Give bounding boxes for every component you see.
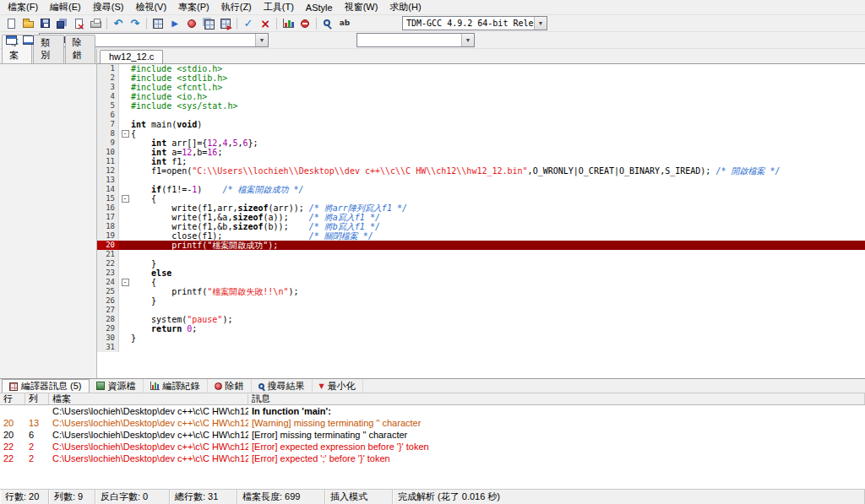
tab-classes[interactable]: 類別 (33, 35, 63, 63)
replace-button[interactable] (336, 16, 353, 31)
message-row[interactable]: C:\Users\lochieh\Desktop\dev c++\c\C HW\… (0, 405, 865, 417)
code-line[interactable]: 7int main(void) (97, 120, 865, 129)
code-line[interactable]: 6 (97, 111, 865, 120)
report-tab-1[interactable]: 編譯器訊息 (5) (2, 379, 90, 393)
menu-item[interactable]: 工具(T) (258, 0, 300, 14)
code-line[interactable]: 1#include <stdio.h> (97, 64, 865, 73)
report-tab-2[interactable]: 資源檔 (90, 379, 144, 393)
fold-marker-icon[interactable]: - (122, 130, 129, 138)
report-tab-6[interactable]: 最小化 (313, 379, 363, 393)
report-tab-3[interactable]: 編譯紀錄 (144, 379, 208, 393)
close-file-button[interactable] (70, 16, 87, 31)
menu-item[interactable]: 搜尋(S) (87, 0, 130, 14)
open-file-button[interactable] (19, 16, 36, 31)
fold-marker-icon[interactable]: - (122, 195, 129, 203)
code-line[interactable]: 5#include <sys/stat.h> (97, 101, 865, 111)
compiler-select[interactable]: TDM-GCC 4.9.2 64-bit Release ▼ (402, 16, 547, 30)
compile-run-button[interactable] (217, 16, 234, 31)
profile-button[interactable] (280, 16, 296, 31)
menu-item[interactable]: 編輯(E) (44, 0, 87, 14)
code-text: { (131, 194, 156, 203)
code-line[interactable]: 17 write(f1,&a,sizeof(a)); /* 將a寫入f1 */ (97, 213, 865, 222)
code-line[interactable]: 29 return 0; (97, 324, 865, 333)
line-number: 17 (97, 213, 119, 222)
menu-item[interactable]: 求助(H) (384, 0, 427, 14)
code-line[interactable]: 19 close(f1); /* 關閉檔案 */ (97, 231, 865, 241)
message-row[interactable]: 222C:\Users\lochieh\Desktop\dev c++\c\C … (0, 441, 865, 453)
message-table-body: C:\Users\lochieh\Desktop\dev c++\c\C HW\… (0, 405, 865, 489)
code-line[interactable]: 22 } (97, 259, 865, 268)
save-button[interactable] (36, 16, 53, 31)
toggle-report-button[interactable] (19, 33, 36, 48)
rebuild-all-button[interactable] (200, 16, 217, 31)
abort-button[interactable] (257, 16, 274, 31)
line-number: 4 (97, 92, 119, 101)
code-line[interactable]: 25 printf("檔案開啟失敗!!\n"); (97, 287, 865, 296)
editor-tab[interactable]: hw12_12.c (100, 50, 163, 63)
members-select[interactable]: ▼ (356, 33, 475, 47)
replace-icon (340, 19, 351, 27)
find-button[interactable] (319, 16, 336, 31)
column-header[interactable]: 行數 (0, 393, 25, 404)
code-line[interactable]: 2#include <stdlib.h> (97, 73, 865, 83)
code-line[interactable]: 13 (97, 176, 865, 185)
run-button[interactable] (166, 16, 183, 31)
code-line[interactable]: 23 else (97, 268, 865, 278)
message-row[interactable]: 206C:\Users\lochieh\Desktop\dev c++\c\C … (0, 429, 865, 441)
code-line[interactable]: 15- { (97, 194, 865, 203)
code-editor[interactable]: 1#include <stdio.h>2#include <stdlib.h>3… (97, 63, 865, 378)
menu-item[interactable]: 檔案(F) (2, 0, 44, 14)
code-line[interactable]: 24- { (97, 278, 865, 287)
fold-column (119, 287, 131, 296)
debug-button[interactable] (183, 16, 200, 31)
code-line[interactable]: 18 write(f1,&b,sizeof(b)); /* 將b寫入f1 */ (97, 222, 865, 231)
debug-icon (188, 19, 196, 28)
report-tab-5[interactable]: 搜尋結果 (252, 379, 313, 393)
report-tab-4[interactable]: 除錯 (208, 379, 252, 393)
code-line[interactable]: 28 system("pause"); (97, 315, 865, 324)
code-line[interactable]: 8-{ (97, 129, 865, 138)
code-line[interactable]: 3#include <fcntl.h> (97, 83, 865, 92)
cell-line: 20 (0, 417, 25, 429)
delete-profile-button[interactable] (296, 16, 313, 31)
undo-button[interactable] (110, 16, 127, 31)
message-row[interactable]: 2013C:\Users\lochieh\Desktop\dev c++\c\C… (0, 417, 865, 429)
code-line[interactable]: 27 (97, 306, 865, 315)
menu-item[interactable]: 視窗(W) (339, 0, 384, 14)
code-line[interactable]: 21 (97, 250, 865, 259)
tab-debug[interactable]: 除錯 (65, 35, 95, 63)
save-all-button[interactable] (53, 16, 70, 31)
new-source-button[interactable] (3, 16, 19, 31)
menu-item[interactable]: AStyle (300, 2, 339, 14)
column-header[interactable]: 檔案 (49, 393, 248, 404)
code-line[interactable]: 20 printf("檔案開啟成功"); (97, 241, 865, 250)
code-line[interactable]: 12 f1=open("C:\\Users\\lochieh\\Desktop\… (97, 166, 865, 176)
code-line[interactable]: 31 (97, 343, 865, 352)
fold-marker-icon[interactable]: - (122, 279, 129, 286)
code-line[interactable]: 26 } (97, 296, 865, 306)
toggle-explorer-button[interactable] (3, 33, 19, 48)
redo-button[interactable] (127, 16, 144, 31)
project-browser[interactable] (0, 63, 96, 378)
code-line[interactable]: 14 if(f1!=-1) /* 檔案開啟成功 */ (97, 185, 865, 194)
menu-item[interactable]: 檢視(V) (129, 0, 172, 14)
code-line[interactable]: 4#include <io.h> (97, 92, 865, 101)
chevron-down-icon[interactable]: ▼ (534, 17, 547, 30)
code-line[interactable]: 16 write(f1,arr,sizeof(arr)); /* 將arr陣列寫… (97, 203, 865, 213)
code-line[interactable]: 11 int f1; (97, 157, 865, 166)
column-header[interactable]: 列數 (25, 393, 49, 404)
code-text: system("pause"); (131, 315, 232, 324)
code-line[interactable]: 10 int a=12,b=16; (97, 148, 865, 157)
syntax-check-button[interactable] (240, 16, 257, 31)
report-tab-label: 編譯器訊息 (5) (21, 380, 82, 393)
print-button[interactable] (87, 16, 104, 31)
chevron-down-icon[interactable]: ▼ (461, 34, 474, 46)
column-header[interactable]: 訊息 (248, 393, 865, 404)
code-line[interactable]: 9 int arr[]={12,4,5,6}; (97, 138, 865, 148)
compile-button[interactable] (150, 16, 166, 31)
message-row[interactable]: 222C:\Users\lochieh\Desktop\dev c++\c\C … (0, 453, 865, 464)
chevron-down-icon[interactable]: ▼ (255, 34, 268, 46)
code-line[interactable]: 30} (97, 333, 865, 343)
menu-item[interactable]: 執行(Z) (215, 0, 258, 14)
menu-item[interactable]: 專案(P) (172, 0, 215, 14)
